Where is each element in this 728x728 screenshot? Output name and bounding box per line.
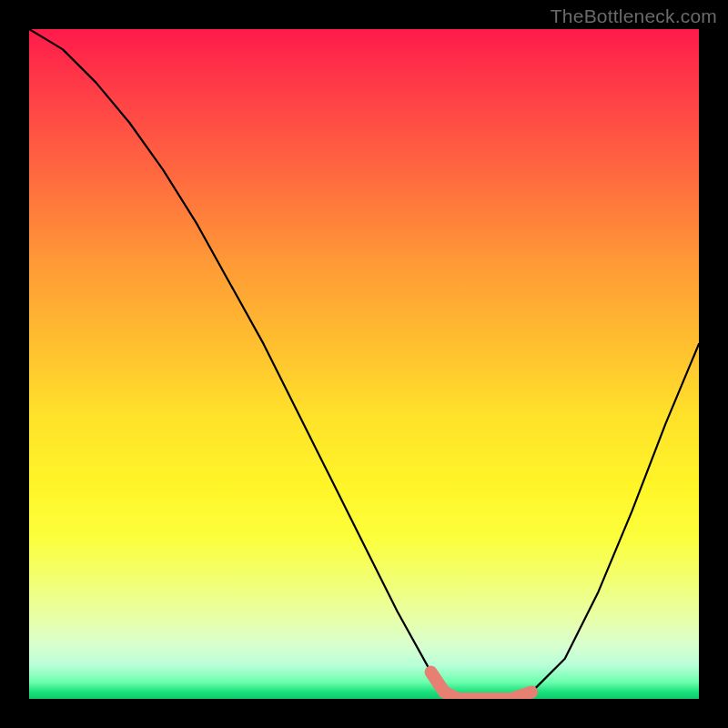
plot-area xyxy=(29,29,699,699)
bottleneck-curve xyxy=(29,29,699,699)
optimal-band-marker xyxy=(431,672,531,699)
curve-layer xyxy=(29,29,699,699)
chart-frame: TheBottleneck.com xyxy=(0,0,728,728)
watermark-text: TheBottleneck.com xyxy=(551,5,717,27)
